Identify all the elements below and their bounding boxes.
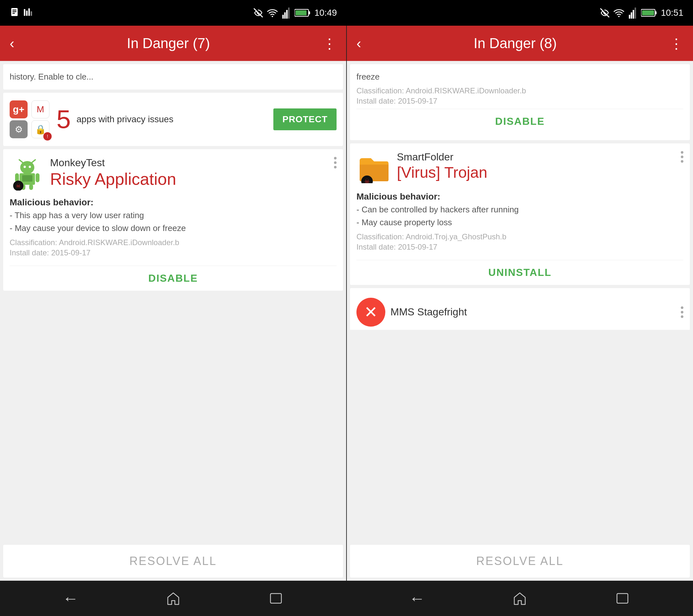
right-freeze-text: freeze <box>356 71 684 83</box>
svg-rect-36 <box>22 175 33 182</box>
protect-button[interactable]: PROTECT <box>273 108 337 130</box>
left-app-header: ‹ In Danger (7) ⋮ <box>0 26 346 61</box>
svg-point-30 <box>29 166 31 168</box>
left-header-title: In Danger (7) <box>21 35 316 51</box>
svg-point-29 <box>24 166 26 168</box>
svg-line-28 <box>32 160 35 162</box>
svg-rect-33 <box>36 173 39 182</box>
privacy-count: 5 <box>57 106 71 132</box>
monkey-behavior-2: - May cause your device to slow down or … <box>9 222 337 234</box>
svg-rect-3 <box>13 13 15 14</box>
right-phone-panel: ‹ In Danger (8) ⋮ freeze Classification:… <box>346 26 693 581</box>
svg-rect-25 <box>642 10 654 15</box>
mms-app-name: MMS Stagefright <box>391 306 467 318</box>
monkey-behavior-1: - This app has a very low user rating <box>9 210 337 221</box>
right-back-button[interactable]: ‹ <box>356 35 361 51</box>
left-notif-icon1 <box>9 7 19 19</box>
svg-rect-21 <box>633 10 634 19</box>
left-back-button[interactable]: ‹ <box>9 35 15 51</box>
mms-card-menu[interactable] <box>681 306 684 318</box>
svg-rect-2 <box>13 11 17 12</box>
svg-line-27 <box>19 160 22 162</box>
right-resolve-bar[interactable]: RESOLVE ALL <box>350 545 690 577</box>
monkey-app-name: MonkeyTest <box>50 157 329 169</box>
monkey-disable-button[interactable]: DISABLE <box>9 266 337 291</box>
right-partial-disable-button[interactable]: DISABLE <box>356 109 684 134</box>
monkey-classification: Classification: Android.RISKWARE.iDownlo… <box>9 238 337 247</box>
left-signal-icon <box>282 7 291 19</box>
left-time: 10:49 <box>314 8 337 18</box>
svg-rect-4 <box>24 9 25 16</box>
left-recents-nav-button[interactable] <box>263 585 289 611</box>
left-menu-button[interactable]: ⋮ <box>322 35 337 52</box>
left-resolve-text: RESOLVE ALL <box>129 554 217 568</box>
svg-rect-22 <box>635 8 636 19</box>
svg-rect-5 <box>26 11 27 16</box>
monkey-install-date: Install date: 2015-09-17 <box>9 248 337 257</box>
left-privacy-card: g+ M ⚙ 🔒 ! 5 <box>3 93 343 146</box>
lock-icon: 🔒 ! <box>32 120 50 138</box>
gmail-icon: M <box>32 100 50 118</box>
right-home-icon <box>512 590 528 607</box>
monkey-app-icon: ☠ <box>9 157 45 192</box>
left-home-nav-button[interactable] <box>160 585 186 611</box>
right-nav-panel: ← <box>346 581 693 616</box>
lock-red-badge: ! <box>43 132 52 141</box>
privacy-info: 5 apps with privacy issues <box>57 106 268 132</box>
smartfolder-app-icon: ☠ <box>356 151 392 186</box>
right-panel-content: freeze Classification: Android.RISKWARE.… <box>347 61 693 581</box>
mms-app-icon: ✕ <box>356 298 385 326</box>
smartfolder-install-date: Install date: 2015-09-17 <box>356 242 684 252</box>
right-signal-icon <box>628 7 637 19</box>
left-panel-content: history. Enable to cle... g+ M ⚙ <box>0 61 346 581</box>
smartfolder-classification: Classification: Android.Troj.ya_GhostPus… <box>356 232 684 241</box>
svg-rect-24 <box>655 11 657 14</box>
right-home-nav-button[interactable] <box>507 585 533 611</box>
monkey-app-info: MonkeyTest Risky Application <box>50 157 329 188</box>
right-resolve-text: RESOLVE ALL <box>476 554 563 568</box>
left-partial-top-card: history. Enable to cle... <box>3 64 343 90</box>
right-status-bar: 10:51 <box>346 0 693 26</box>
left-recents-icon <box>268 590 284 607</box>
left-resolve-bar[interactable]: RESOLVE ALL <box>3 545 343 577</box>
svg-rect-6 <box>28 8 30 16</box>
right-partial-top-card: freeze Classification: Android.RISKWARE.… <box>350 64 690 140</box>
svg-rect-11 <box>284 13 286 19</box>
left-nav-panel: ← <box>0 581 346 616</box>
right-partial-classification: Classification: Android.RISKWARE.iDownlo… <box>356 86 684 95</box>
right-menu-button[interactable]: ⋮ <box>669 35 684 52</box>
smartfolder-uninstall-button[interactable]: UNINSTALL <box>356 260 684 285</box>
right-partial-install-date: Install date: 2015-09-17 <box>356 97 684 105</box>
svg-rect-1 <box>13 9 17 11</box>
right-back-nav-button[interactable]: ← <box>404 585 430 611</box>
smartfolder-card-menu[interactable] <box>681 151 684 163</box>
smartfolder-behavior-title: Malicious behavior: <box>356 192 684 202</box>
svg-rect-19 <box>629 15 630 19</box>
android-robot-icon: ☠ <box>11 158 43 191</box>
svg-point-9 <box>272 16 273 17</box>
right-wifi-icon <box>613 7 624 19</box>
monkey-behavior-title: Malicious behavior: <box>9 197 337 207</box>
privacy-description: apps with privacy issues <box>77 114 269 124</box>
smartfolder-behavior-1: - Can be controlled by hackers after run… <box>356 204 684 215</box>
right-time: 10:51 <box>661 8 684 18</box>
left-notif-icon2 <box>23 7 32 19</box>
settings-icon: ⚙ <box>9 120 27 138</box>
monkey-card-menu[interactable] <box>334 157 337 168</box>
left-back-nav-button[interactable]: ← <box>58 585 83 611</box>
privacy-app-icons: g+ M ⚙ 🔒 ! <box>9 100 51 138</box>
left-partial-text: history. Enable to cle... <box>9 72 93 81</box>
left-mute-icon <box>254 7 263 19</box>
left-status-right: 10:49 <box>254 7 337 19</box>
navigation-bar: ← ← <box>0 581 693 616</box>
right-recents-nav-button[interactable] <box>610 585 635 611</box>
monkey-app-status: Risky Application <box>50 170 329 188</box>
smartfolder-behavior-2: - May cause property loss <box>356 217 684 228</box>
left-battery-icon <box>295 7 311 19</box>
svg-rect-13 <box>288 8 290 19</box>
right-status-right: 10:51 <box>600 7 684 19</box>
right-back-nav-icon: ← <box>409 589 425 608</box>
right-battery-icon <box>641 7 657 19</box>
left-phone-panel: ‹ In Danger (7) ⋮ history. Enable to cle… <box>0 26 346 581</box>
left-home-icon <box>165 590 181 607</box>
